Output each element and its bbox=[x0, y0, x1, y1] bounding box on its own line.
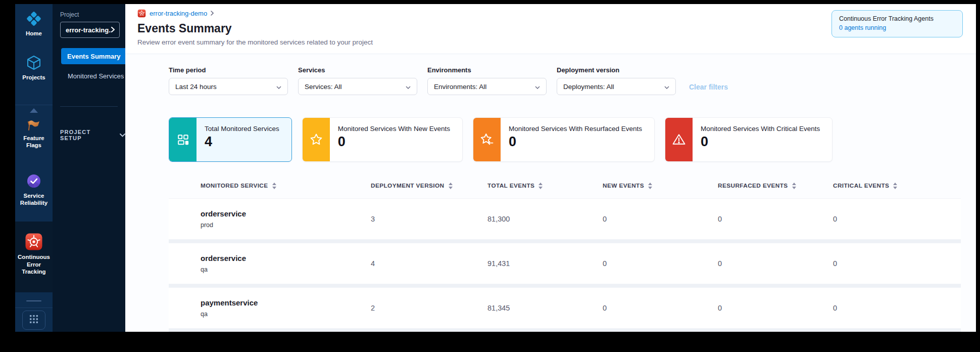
total-events-cell: 91,431 bbox=[487, 259, 603, 268]
sort-icon bbox=[538, 183, 543, 189]
breadcrumb-link[interactable]: error-tracking-demo bbox=[150, 10, 207, 17]
project-selector[interactable]: error-tracking... bbox=[60, 22, 120, 38]
services-select[interactable]: Services: All bbox=[298, 78, 417, 95]
select-value: Last 24 hours bbox=[175, 83, 217, 91]
filter-label: Time period bbox=[169, 66, 288, 74]
sidebar-item-feature-flags[interactable]: Feature Flags bbox=[15, 116, 54, 151]
deployments-select[interactable]: Deployments: All bbox=[557, 78, 676, 95]
sidebar-item-label: Service Reliability bbox=[15, 192, 53, 207]
service-environment: qa bbox=[201, 311, 371, 318]
sidebar-bottom bbox=[15, 292, 53, 332]
service-environment: qa bbox=[201, 266, 371, 273]
column-header-critical-events[interactable]: CRITICAL EVENTS bbox=[833, 182, 961, 189]
card-value: 0 bbox=[509, 135, 642, 149]
chevron-down-icon bbox=[535, 83, 540, 91]
critical-events-cell: 0 bbox=[833, 215, 961, 223]
error-tracking-project-icon bbox=[137, 9, 146, 18]
table-row[interactable]: orderservice qa 4 91,431 0 0 0 bbox=[169, 243, 961, 284]
select-value: Environments: All bbox=[434, 83, 486, 91]
sort-icon bbox=[792, 183, 796, 189]
chevron-right-icon bbox=[211, 10, 214, 17]
collapse-handle[interactable] bbox=[26, 300, 41, 301]
sort-icon bbox=[449, 183, 453, 189]
events-table: MONITORED SERVICE DEPLOYMENT VERSION TOT… bbox=[169, 179, 961, 332]
filter-deployment-version: Deployment version Deployments: All bbox=[557, 66, 676, 95]
filter-label: Deployment version bbox=[557, 66, 676, 74]
nav-item-monitored-services[interactable]: Monitored Services bbox=[53, 68, 125, 84]
total-events-cell: 81,300 bbox=[487, 215, 603, 223]
harness-logo-icon bbox=[25, 10, 42, 27]
card-label: Monitored Services With New Events bbox=[338, 125, 450, 133]
nav-divider bbox=[60, 106, 118, 107]
sidebar-item-label: Home bbox=[26, 30, 42, 37]
new-events-cell: 0 bbox=[603, 259, 718, 268]
sidebar-item-projects[interactable]: Projects bbox=[15, 52, 54, 83]
select-value: Deployments: All bbox=[563, 83, 614, 91]
nav-item-events-summary[interactable]: Events Summary bbox=[61, 48, 125, 64]
environments-select[interactable]: Environments: All bbox=[427, 78, 547, 95]
table-row[interactable]: paymentservice qa 2 81,345 0 0 0 bbox=[169, 287, 961, 329]
total-events-cell: 81,345 bbox=[487, 304, 603, 312]
card-total-monitored-services[interactable]: Total Monitored Services 4 bbox=[169, 117, 292, 162]
scroll-up-icon[interactable] bbox=[30, 108, 38, 113]
target-icon bbox=[25, 233, 43, 251]
sidebar-item-label: Continuous Error Tracking bbox=[15, 253, 53, 275]
deployment-version-cell: 4 bbox=[371, 259, 487, 268]
flag-icon bbox=[26, 118, 41, 132]
card-value: 0 bbox=[338, 135, 450, 149]
critical-events-cell: 0 bbox=[833, 304, 961, 312]
table-header-row: MONITORED SERVICE DEPLOYMENT VERSION TOT… bbox=[169, 179, 961, 192]
chevron-down-icon bbox=[406, 83, 411, 91]
filter-services: Services Services: All bbox=[298, 66, 417, 95]
new-events-cell: 0 bbox=[603, 304, 718, 312]
apps-menu-button[interactable] bbox=[22, 311, 45, 330]
page-subtitle: Review error event summary for the monit… bbox=[137, 38, 964, 46]
filter-time-period: Time period Last 24 hours bbox=[169, 66, 288, 95]
sidebar-item-service-reliability[interactable]: Service Reliability bbox=[15, 170, 54, 209]
warning-triangle-icon bbox=[665, 118, 693, 161]
project-setup-section[interactable]: PROJECT SETUP bbox=[60, 129, 125, 141]
column-header-total-events[interactable]: TOTAL EVENTS bbox=[487, 182, 603, 189]
service-name: paymentservice bbox=[201, 298, 371, 307]
resurfaced-events-cell: 0 bbox=[718, 304, 833, 312]
row-divider bbox=[169, 329, 961, 332]
select-value: Services: All bbox=[305, 83, 342, 91]
sort-icon bbox=[648, 183, 652, 189]
column-header-monitored-service[interactable]: MONITORED SERVICE bbox=[201, 182, 371, 189]
filter-label: Environments bbox=[427, 66, 547, 74]
new-events-cell: 0 bbox=[603, 215, 718, 223]
deployment-version-cell: 3 bbox=[371, 215, 487, 223]
page-header: error-tracking-demo Events Summary Revie… bbox=[125, 4, 976, 54]
service-environment: prod bbox=[201, 222, 371, 229]
services-grid-icon bbox=[169, 118, 197, 161]
card-value: 0 bbox=[701, 135, 820, 149]
card-label: Monitored Services With Critical Events bbox=[701, 125, 820, 133]
card-critical-events[interactable]: Monitored Services With Critical Events … bbox=[665, 117, 832, 162]
clear-filters-button[interactable]: Clear filters bbox=[689, 83, 728, 91]
filter-environments: Environments Environments: All bbox=[427, 66, 547, 95]
agents-status-card[interactable]: Continuous Error Tracking Agents 0 agent… bbox=[831, 10, 963, 37]
column-header-new-events[interactable]: NEW EVENTS bbox=[603, 182, 718, 189]
sidebar-item-continuous-error-tracking[interactable]: Continuous Error Tracking bbox=[15, 222, 54, 292]
critical-events-cell: 0 bbox=[833, 259, 961, 268]
sidebar-item-home[interactable]: Home bbox=[15, 8, 54, 39]
app-window: Home Projects Feature Flags bbox=[15, 4, 976, 332]
cube-icon bbox=[25, 54, 42, 71]
agents-card-title: Continuous Error Tracking Agents bbox=[839, 15, 955, 22]
filter-label: Services bbox=[298, 66, 417, 74]
time-period-select[interactable]: Last 24 hours bbox=[169, 78, 288, 95]
sidebar-divider bbox=[15, 105, 53, 105]
column-header-resurfaced-events[interactable]: RESURFACED EVENTS bbox=[718, 182, 833, 189]
sidebar-item-label: Projects bbox=[22, 74, 45, 81]
column-header-deployment-version[interactable]: DEPLOYMENT VERSION bbox=[371, 182, 487, 189]
sidebar-divider bbox=[15, 307, 53, 308]
project-sidebar: Project error-tracking... Events Summary… bbox=[53, 4, 125, 332]
card-new-events[interactable]: Monitored Services With New Events 0 bbox=[302, 117, 463, 162]
card-value: 4 bbox=[205, 135, 279, 149]
card-resurfaced-events[interactable]: Monitored Services With Resurfaced Event… bbox=[473, 117, 655, 162]
star-arrow-icon bbox=[473, 118, 501, 161]
agents-running-link[interactable]: 0 agents running bbox=[839, 24, 955, 31]
resurfaced-events-cell: 0 bbox=[718, 215, 833, 223]
table-row[interactable]: orderservice prod 3 81,300 0 0 0 bbox=[169, 198, 961, 240]
sort-icon bbox=[272, 183, 276, 189]
